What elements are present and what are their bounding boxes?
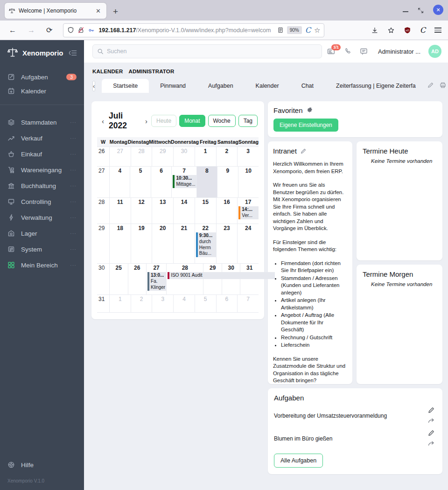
sidebar-item-einkauf[interactable]: Einkauf··· xyxy=(0,146,84,162)
forward-button[interactable]: → xyxy=(23,26,39,35)
page-tab-chat[interactable]: Chat xyxy=(290,79,325,93)
sidebar-collapse-icon[interactable] xyxy=(68,49,77,56)
tracking-shield-icon[interactable] xyxy=(67,27,74,34)
sidebar-item-options-dots[interactable]: ··· xyxy=(70,135,77,141)
calendar-day[interactable]: 30 xyxy=(173,147,195,166)
calendar-day[interactable]: 28 xyxy=(131,147,152,166)
calendar-day[interactable]: 6 xyxy=(216,295,238,312)
url-bar[interactable]: 192.168.1.217/Xenomporio-V.1.0/www/index… xyxy=(63,23,324,37)
calendar-month-button[interactable]: Monat xyxy=(179,115,205,127)
pencil-icon[interactable] xyxy=(300,148,307,154)
sidebar-item-wareneingang[interactable]: Wareneingang··· xyxy=(0,162,84,178)
calendar-day[interactable]: 2713:0...Fa.Klinger xyxy=(146,264,166,294)
calendar-day[interactable]: 25 xyxy=(109,264,128,294)
sidebar-item-buchhaltung[interactable]: Buchhaltung··· xyxy=(0,178,84,194)
phone-icon[interactable] xyxy=(344,48,352,56)
calendar-day[interactable]: 13 xyxy=(152,198,173,224)
calendar-day[interactable]: 26 xyxy=(128,264,147,294)
extension-c-urlbar-icon[interactable]: C xyxy=(305,26,311,35)
calendar-day[interactable]: 24 xyxy=(237,224,259,263)
extension-c-toolbar-icon[interactable]: C xyxy=(420,26,426,35)
downloads-icon[interactable] xyxy=(371,27,378,34)
task-edit-pencil-icon[interactable] xyxy=(427,406,435,414)
global-search[interactable] xyxy=(92,44,322,58)
calendar-today-button[interactable]: Heute xyxy=(151,115,176,127)
sidebar-item-stammdaten[interactable]: Stammdaten··· xyxy=(0,114,84,130)
tab-close-icon[interactable]: ✕ xyxy=(94,7,103,14)
gear-icon[interactable] xyxy=(306,107,313,114)
ublock-origin-icon[interactable]: uO xyxy=(404,27,411,34)
edit-pencil-icon[interactable] xyxy=(427,82,434,89)
sidebar-item-hilfe[interactable]: Hilfe xyxy=(0,458,84,472)
bookmarks-menu-icon[interactable] xyxy=(387,27,395,34)
calendar-day[interactable]: 15 xyxy=(195,198,216,224)
calendar-event[interactable]: ISO 9001 Audit xyxy=(168,272,274,279)
calendar-day[interactable]: 27 xyxy=(109,147,131,166)
sidebar-item-options-dots[interactable]: ··· xyxy=(70,262,77,268)
calendar-day[interactable]: 7 xyxy=(237,295,259,312)
calendar-day[interactable]: 16 xyxy=(216,198,238,224)
print-icon[interactable] xyxy=(439,82,447,89)
calendar-day[interactable]: 18 xyxy=(109,224,131,263)
sidebar-item-options-dots[interactable]: ··· xyxy=(70,183,77,189)
calendar-day[interactable]: 21 xyxy=(173,224,195,263)
sidebar-item-aufgaben[interactable]: Aufgaben3 xyxy=(0,70,84,84)
calendar-day[interactable]: 2 xyxy=(131,295,152,312)
sidebar-item-kalender[interactable]: Kalender xyxy=(0,84,84,98)
calendar-event[interactable]: 9:30...durchHerrnBäu... xyxy=(196,232,216,257)
calendar-prev-icon[interactable]: ‹ xyxy=(98,117,108,125)
calendar-day[interactable]: 1 xyxy=(109,295,131,312)
calendar-day-today[interactable]: 8 xyxy=(196,167,217,197)
task-forward-icon[interactable] xyxy=(427,440,435,448)
calendar-next-icon[interactable]: › xyxy=(141,117,151,125)
task-edit-pencil-icon[interactable] xyxy=(427,429,435,437)
calendar-day[interactable]: 4 xyxy=(173,295,195,312)
calendar-day[interactable]: 29 xyxy=(152,147,173,166)
breadcrumb-item[interactable]: ADMINISTRATOR xyxy=(129,69,175,74)
page-tab-zeiterfassung[interactable]: Zeiterfassung | Eigene Zeiterfa xyxy=(325,79,427,93)
calendar-day[interactable]: 710:30...Mittage... xyxy=(171,167,196,197)
page-tab-pinnwand[interactable]: Pinnwand xyxy=(149,79,197,93)
task-forward-icon[interactable] xyxy=(427,417,435,425)
calendar-day[interactable]: 19 xyxy=(131,224,152,263)
sidebar-item-controlling[interactable]: Controlling··· xyxy=(0,194,84,210)
messages-icon[interactable]: 1/1 xyxy=(327,48,336,56)
zoom-level-badge[interactable]: 90% xyxy=(287,26,302,34)
page-back-button[interactable]: ‹ xyxy=(92,81,95,91)
sidebar-item-verkauf[interactable]: Verkauf··· xyxy=(0,130,84,146)
calendar-day[interactable]: 31 xyxy=(240,264,259,294)
calendar-day[interactable]: 14 xyxy=(173,198,195,224)
eigene-einstellungen-button[interactable]: Eigene Einstellungen xyxy=(273,119,338,132)
menu-hamburger-icon[interactable] xyxy=(434,26,441,34)
page-tab-kalender[interactable]: Kalender xyxy=(245,79,290,93)
breadcrumb-item[interactable]: KALENDER xyxy=(92,69,123,74)
search-input[interactable] xyxy=(107,48,317,55)
calendar-event[interactable]: 10:30...Mittage... xyxy=(173,175,196,188)
calendar-day[interactable]: 10 xyxy=(238,167,259,197)
page-tab-aufgaben[interactable]: Aufgaben xyxy=(197,79,245,93)
window-minimize-button[interactable] xyxy=(403,11,408,12)
sidebar-item-options-dots[interactable]: ··· xyxy=(70,167,77,173)
calendar-day[interactable]: 11 xyxy=(109,198,131,224)
reload-button[interactable]: ⟳ xyxy=(42,26,56,35)
user-avatar[interactable]: AD xyxy=(428,45,441,58)
calendar-day[interactable]: 23 xyxy=(216,224,238,263)
alle-aufgaben-button[interactable]: Alle Aufgaben xyxy=(274,454,323,468)
calendar-week-button[interactable]: Woche xyxy=(208,115,236,127)
reader-mode-icon[interactable] xyxy=(277,27,284,34)
chat-icon[interactable] xyxy=(360,48,368,56)
calendar-event[interactable]: 14:...Ver... xyxy=(238,206,259,219)
new-tab-button[interactable]: + xyxy=(113,7,118,17)
sidebar-item-verwaltung[interactable]: Verwaltung··· xyxy=(0,210,84,225)
calendar-day[interactable]: 2 xyxy=(216,147,238,166)
user-menu[interactable]: Administrator ... xyxy=(378,48,420,55)
calendar-day[interactable]: 9 xyxy=(217,167,238,197)
sidebar-item-mein-bereich[interactable]: Mein Bereich··· xyxy=(0,257,84,273)
browser-tab[interactable]: Welcome | Xenomporio ✕ xyxy=(5,3,106,19)
calendar-day[interactable]: 28ISO 9001 Audit xyxy=(166,264,203,294)
calendar-day[interactable]: 20 xyxy=(152,224,173,263)
insecure-lock-icon[interactable] xyxy=(77,27,84,34)
sidebar-item-options-dots[interactable]: ··· xyxy=(70,119,77,125)
calendar-day[interactable]: 5 xyxy=(195,295,216,312)
calendar-day[interactable]: 3 xyxy=(152,295,173,312)
